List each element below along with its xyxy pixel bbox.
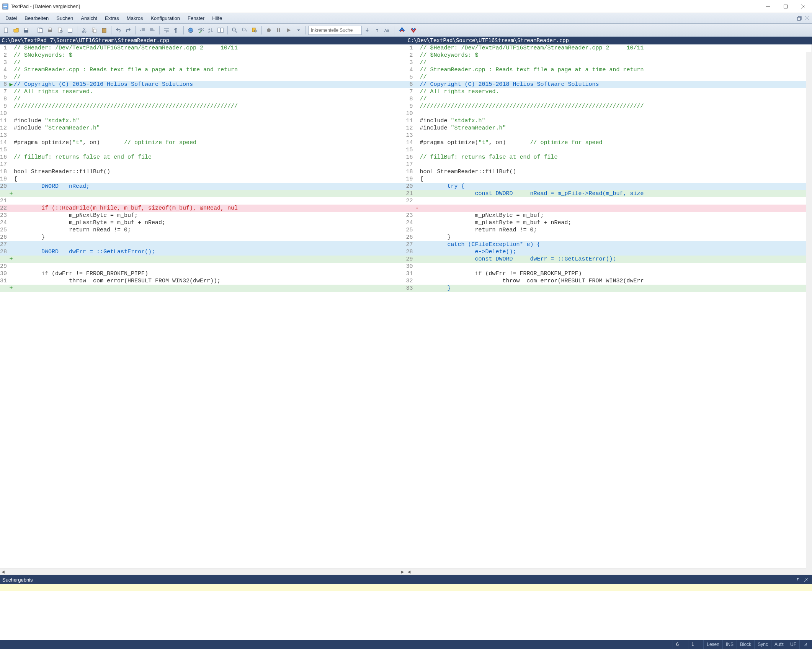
word-wrap-icon[interactable] xyxy=(162,26,171,35)
code-line[interactable]: 24 m_pLastByte = m_buf + nRead; xyxy=(406,219,812,226)
code-line[interactable]: - xyxy=(406,205,812,212)
outdent-icon[interactable] xyxy=(138,26,147,35)
code-line[interactable]: 5// xyxy=(406,74,812,81)
minimize-button[interactable] xyxy=(759,0,777,13)
code-line[interactable]: 20 try { xyxy=(406,183,812,190)
undo-icon[interactable] xyxy=(114,26,123,35)
pause-macro-icon[interactable] xyxy=(274,26,283,35)
search-up-icon[interactable] xyxy=(373,26,382,35)
code-line[interactable]: 30 xyxy=(406,263,812,270)
code-line[interactable]: 14#pragma optimize("t", on) // optimize … xyxy=(406,139,812,146)
code-line[interactable]: + xyxy=(0,285,406,292)
code-line[interactable]: 15 xyxy=(0,146,406,154)
match-case-icon[interactable]: Aa xyxy=(382,26,392,35)
code-line[interactable]: 7// All rights reserved. xyxy=(0,88,406,95)
code-line[interactable]: 11#include "stdafx.h" xyxy=(0,117,406,125)
code-line[interactable]: 17 xyxy=(0,161,406,168)
code-line[interactable]: 16// fillBuf: returns false at end of fi… xyxy=(0,154,406,161)
code-line[interactable]: 12#include "StreamReader.h" xyxy=(0,125,406,132)
code-line[interactable]: 31 throw _com_error(HRESULT_FROM_WIN32(d… xyxy=(0,277,406,285)
code-line[interactable]: 9///////////////////////////////////////… xyxy=(0,103,406,110)
code-line[interactable]: 27 catch (CFileException* e) { xyxy=(406,241,812,248)
code-line[interactable]: 23 m_pNextByte = m_buf; xyxy=(406,212,812,219)
code-line[interactable]: 28 e->Delete(); xyxy=(406,248,812,256)
code-line[interactable]: 19{ xyxy=(406,175,812,183)
code-line[interactable]: 4// StreamReader.cpp : Reads text file a… xyxy=(0,66,406,74)
code-line[interactable]: 5// xyxy=(0,74,406,81)
redo-icon[interactable] xyxy=(124,26,133,35)
code-line[interactable]: 2// $Nokeywords: $ xyxy=(0,52,406,59)
left-editor[interactable]: 1// $Header: /Dev/TextPad/UTF16Stream/St… xyxy=(0,44,406,569)
next-diff-icon[interactable] xyxy=(408,26,419,35)
scroll-right-icon[interactable]: ► xyxy=(400,569,406,575)
toggle-view-icon[interactable] xyxy=(65,26,75,35)
search-result-row[interactable] xyxy=(0,584,812,591)
panel-close-icon[interactable] xyxy=(803,576,810,583)
menu-suchen[interactable]: Suchen xyxy=(52,14,77,23)
code-line[interactable]: 30 if (dwErr != ERROR_BROKEN_PIPE) xyxy=(0,270,406,277)
code-line[interactable]: 1// $Header: /Dev/TextPad/UTF16Stream/St… xyxy=(0,44,406,52)
indent-icon[interactable] xyxy=(148,26,157,35)
paste-icon[interactable] xyxy=(100,26,109,35)
code-line[interactable]: 31 if (dwErr != ERROR_BROKEN_PIPE) xyxy=(406,270,812,277)
code-line[interactable]: 11#include "stdafx.h" xyxy=(406,117,812,125)
code-line[interactable]: 6// Copyright (C) 2015-2018 Helios Softw… xyxy=(406,81,812,88)
code-line[interactable]: 10 xyxy=(406,110,812,117)
print-icon[interactable] xyxy=(46,26,55,35)
code-line[interactable]: 23 m_pNextByte = m_buf; xyxy=(0,212,406,219)
code-line[interactable]: 8// xyxy=(0,95,406,103)
menu-konfiguration[interactable]: Konfiguration xyxy=(147,14,184,23)
code-line[interactable]: 3// xyxy=(406,59,812,66)
code-line[interactable]: 8// xyxy=(406,95,812,103)
code-line[interactable]: 4// StreamReader.cpp : Reads text file a… xyxy=(406,66,812,74)
menu-hilfe[interactable]: Hilfe xyxy=(208,14,226,23)
code-line[interactable]: 9///////////////////////////////////////… xyxy=(406,103,812,110)
find-next-icon[interactable] xyxy=(240,26,249,35)
left-hscroll[interactable]: ◄► xyxy=(0,569,406,575)
document-manager-icon[interactable] xyxy=(36,26,45,35)
find-in-files-icon[interactable] xyxy=(250,26,259,35)
right-editor[interactable]: 1// $Header: /Dev/TextPad/UTF16Stream/St… xyxy=(406,44,812,569)
code-line[interactable]: 29 const DWORD dwErr = ::GetLastError(); xyxy=(406,256,812,263)
code-line[interactable]: 13 xyxy=(406,132,812,139)
code-line[interactable]: 3// xyxy=(0,59,406,66)
resize-grip-icon[interactable] xyxy=(799,640,810,649)
toolbar-dropdown-icon[interactable] xyxy=(294,26,303,35)
code-line[interactable]: 25 return nRead != 0; xyxy=(406,226,812,234)
find-icon[interactable] xyxy=(230,26,239,35)
record-macro-icon[interactable] xyxy=(264,26,273,35)
open-file-icon[interactable] xyxy=(11,26,21,35)
spellcheck-icon[interactable]: ABC xyxy=(196,26,205,35)
mdi-restore-icon[interactable] xyxy=(796,15,803,22)
code-line[interactable]: 1// $Header: /Dev/TextPad/UTF16Stream/St… xyxy=(406,44,812,52)
right-hscroll[interactable]: ◄► xyxy=(406,569,812,575)
code-line[interactable]: 13 xyxy=(0,132,406,139)
code-line[interactable]: 22 if (::ReadFile(m_hFile, m_buf, sizeof… xyxy=(0,205,406,212)
code-line[interactable]: 14#pragma optimize("t", on) // optimize … xyxy=(0,139,406,146)
menu-bearbeiten[interactable]: Bearbeiten xyxy=(21,14,52,23)
close-button[interactable] xyxy=(794,0,812,13)
prev-diff-icon[interactable] xyxy=(397,26,407,35)
code-line[interactable]: 6▶// Copyright (C) 2015-2016 Helios Soft… xyxy=(0,81,406,88)
scroll-left-icon[interactable]: ◄ xyxy=(406,569,412,575)
pin-icon[interactable] xyxy=(794,576,801,583)
code-line[interactable]: 15 xyxy=(406,146,812,154)
code-line[interactable]: 10 xyxy=(0,110,406,117)
code-line[interactable]: 26 } xyxy=(0,234,406,241)
menu-ansicht[interactable]: Ansicht xyxy=(77,14,101,23)
sort-icon[interactable]: AZ xyxy=(206,26,215,35)
menu-extras[interactable]: Extras xyxy=(101,14,123,23)
compare-icon[interactable] xyxy=(216,26,225,35)
code-line[interactable]: 28 DWORD dwErr = ::GetLastError(); xyxy=(0,248,406,256)
search-results-body[interactable] xyxy=(0,584,812,640)
code-line[interactable]: 7// All rights reserved. xyxy=(406,88,812,95)
code-line[interactable]: 21 const DWORD nRead = m_pFile->Read(m_b… xyxy=(406,190,812,197)
code-line[interactable]: 2// $Nokeywords: $ xyxy=(406,52,812,59)
code-line[interactable]: 17 xyxy=(406,161,812,168)
code-line[interactable]: + xyxy=(0,190,406,197)
menu-datei[interactable]: Datei xyxy=(2,14,21,23)
pilcrow-icon[interactable]: ¶ xyxy=(172,26,181,35)
incremental-search-input[interactable] xyxy=(308,26,362,35)
code-line[interactable]: 26 } xyxy=(406,234,812,241)
save-icon[interactable] xyxy=(21,26,31,35)
